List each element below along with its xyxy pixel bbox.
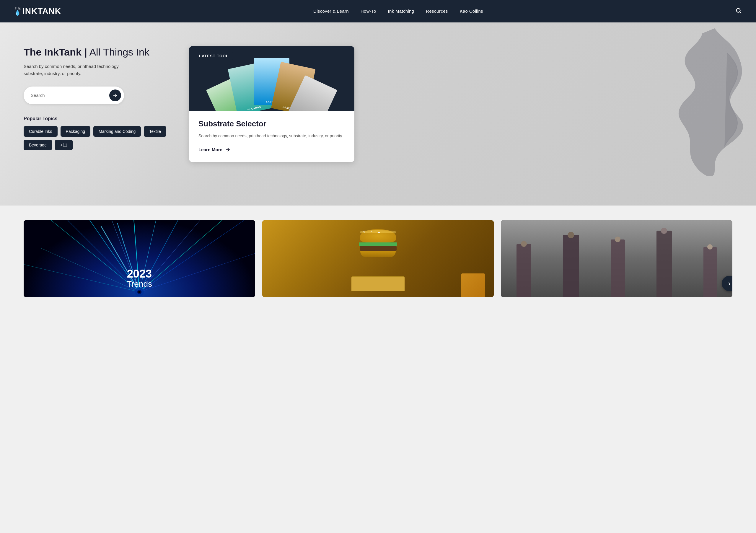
navigation: THE 💧 INKTANK Discover & Learn How-To In… bbox=[0, 0, 756, 22]
nav-item-discover[interactable]: Discover & Learn bbox=[313, 9, 349, 13]
nav-item-kaocollins[interactable]: Kao Collins bbox=[460, 9, 483, 13]
trend-year: 2023 bbox=[24, 268, 255, 280]
logo-drop-icon: 💧 bbox=[14, 10, 21, 15]
latest-tool-badge: LATEST TOOL bbox=[195, 52, 233, 60]
nav-item-inkmatching[interactable]: Ink Matching bbox=[388, 9, 414, 13]
topic-more[interactable]: +11 bbox=[55, 140, 73, 150]
bottom-section: 2023 Trends bbox=[0, 205, 756, 312]
topics-grid: Curable Inks Packaging Marking and Codin… bbox=[24, 126, 171, 150]
topic-beverage[interactable]: Beverage bbox=[24, 140, 52, 150]
trends-overlay: 2023 Trends bbox=[24, 268, 255, 289]
latest-tool-card[interactable]: LATEST TOOL GLASS ID CARDS bbox=[189, 46, 354, 162]
card-trends[interactable]: 2023 Trends bbox=[24, 220, 255, 297]
nav-item-resources[interactable]: Resources bbox=[426, 9, 448, 13]
popular-topics-section: Popular Topics Curable Inks Packaging Ma… bbox=[24, 116, 171, 150]
svg-line-1 bbox=[740, 12, 741, 13]
learn-more-link[interactable]: Learn More bbox=[199, 147, 345, 153]
topic-curable-inks[interactable]: Curable Inks bbox=[24, 126, 58, 137]
popular-topics-label: Popular Topics bbox=[24, 116, 171, 121]
card-content: Substrate Selector Search by common need… bbox=[189, 111, 354, 162]
hero-right-content: LATEST TOOL GLASS ID CARDS bbox=[189, 46, 732, 162]
hero-left-content: The InkTank | All Things Ink Search by c… bbox=[24, 46, 171, 150]
hero-section: The InkTank | All Things Ink Search by c… bbox=[0, 22, 756, 205]
logo[interactable]: THE 💧 INKTANK bbox=[14, 7, 61, 16]
search-icon[interactable] bbox=[735, 7, 742, 15]
svg-point-0 bbox=[737, 8, 740, 12]
card-food[interactable] bbox=[262, 220, 494, 297]
search-input[interactable] bbox=[31, 93, 109, 98]
card-description: Search by common needs, printhead techno… bbox=[199, 133, 345, 140]
logo-inktank-text: INKTANK bbox=[22, 7, 61, 16]
hero-title: The InkTank | All Things Ink bbox=[24, 46, 171, 58]
bottom-cards-grid: 2023 Trends bbox=[24, 220, 732, 297]
nav-links: Discover & Learn How-To Ink Matching Res… bbox=[313, 9, 483, 14]
search-button[interactable] bbox=[109, 90, 121, 101]
card-title: Substrate Selector bbox=[199, 119, 345, 128]
hero-subtitle: Search by common needs, printhead techno… bbox=[24, 63, 136, 77]
card-fashion[interactable]: › bbox=[501, 220, 732, 297]
topic-textile[interactable]: Textile bbox=[144, 126, 166, 137]
svg-point-21 bbox=[138, 291, 140, 293]
trend-label: Trends bbox=[24, 280, 255, 289]
card-image-wrapper: LATEST TOOL GLASS ID CARDS bbox=[189, 46, 354, 111]
search-bar-container bbox=[24, 87, 124, 104]
topic-marking-coding[interactable]: Marking and Coding bbox=[93, 126, 141, 137]
nav-item-howto[interactable]: How-To bbox=[361, 9, 376, 13]
topic-packaging[interactable]: Packaging bbox=[61, 126, 90, 137]
